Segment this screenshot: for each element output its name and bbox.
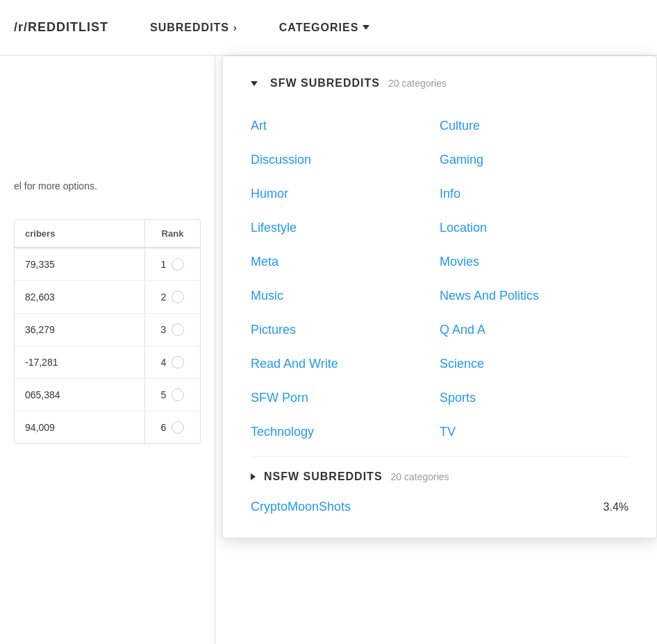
table-row: 065,384 5 <box>15 379 200 412</box>
category-read-and-write[interactable]: Read And Write <box>251 347 440 381</box>
category-science[interactable]: Science <box>440 347 629 381</box>
category-music[interactable]: Music <box>251 279 440 313</box>
categories-label: CATEGORIES <box>279 22 359 34</box>
category-sfw-porn[interactable]: SFW Porn <box>251 381 440 415</box>
nsfw-title: NSFW SUBREDDITS <box>264 471 383 483</box>
table-row: 79,335 1 <box>15 248 200 281</box>
category-technology[interactable]: Technology <box>251 415 440 449</box>
col-subscribers-header: cribers <box>15 220 144 247</box>
cell-rank: 2 <box>144 281 200 313</box>
subreddits-label: SUBREDDITS <box>150 22 229 34</box>
cell-subscribers: -17,281 <box>15 347 144 378</box>
category-tv[interactable]: TV <box>440 415 629 449</box>
circle-icon <box>172 258 184 271</box>
cell-rank: 6 <box>144 412 200 443</box>
cryptomoonshots-link[interactable]: CryptoMoonShots <box>251 500 351 514</box>
category-movies[interactable]: Movies <box>440 245 629 279</box>
nav-subreddits[interactable]: SUBREDDITS › <box>150 22 238 34</box>
nav-brand[interactable]: /r/REDDITLIST <box>14 20 108 35</box>
nav-categories[interactable]: CATEGORIES <box>279 22 370 34</box>
chevron-right-icon: › <box>233 22 238 33</box>
circle-icon <box>172 356 184 368</box>
cell-rank: 1 <box>144 248 200 280</box>
nsfw-count: 20 categories <box>391 471 449 482</box>
category-discussion[interactable]: Discussion <box>251 143 440 177</box>
hint-text: el for more options. <box>0 56 215 205</box>
table-row: 94,009 6 <box>15 412 200 443</box>
table-header: cribers Rank <box>15 220 200 248</box>
chevron-down-blue-icon <box>251 81 258 86</box>
category-location[interactable]: Location <box>440 211 629 245</box>
table-row: 82,603 2 <box>15 281 200 314</box>
category-info[interactable]: Info <box>440 177 629 211</box>
cell-subscribers: 065,384 <box>15 380 144 410</box>
chevron-right-nsfw-icon <box>251 473 256 480</box>
sfw-title[interactable]: SFW SUBREDDITS <box>270 77 380 90</box>
col-rank-header: Rank <box>144 220 200 247</box>
cell-subscribers: 82,603 <box>15 282 144 312</box>
category-news-and-politics[interactable]: News And Politics <box>440 279 629 313</box>
cell-subscribers: 79,335 <box>15 249 144 280</box>
category-gaming[interactable]: Gaming <box>440 143 629 177</box>
cell-rank: 4 <box>144 346 200 378</box>
cell-subscribers: 36,279 <box>15 314 144 345</box>
category-pictures[interactable]: Pictures <box>251 313 440 347</box>
bottom-percentage: 3.4% <box>604 501 629 514</box>
subscribers-table: cribers Rank 79,335 1 82,603 2 36,279 3 … <box>14 219 201 444</box>
cell-rank: 5 <box>144 379 200 411</box>
sfw-categories-grid: Art Culture Discussion Gaming Humor Info… <box>251 109 629 449</box>
cell-subscribers: 94,009 <box>15 412 144 443</box>
table-row: -17,281 4 <box>15 346 200 379</box>
circle-icon <box>172 421 184 434</box>
circle-icon <box>172 323 184 336</box>
top-navigation: /r/REDDITLIST SUBREDDITS › CATEGORIES <box>0 0 657 56</box>
sfw-count: 20 categories <box>388 78 447 89</box>
circle-icon <box>172 389 184 401</box>
category-meta[interactable]: Meta <box>251 245 440 279</box>
table-row: 36,279 3 <box>15 314 200 346</box>
category-lifestyle[interactable]: Lifestyle <box>251 211 440 245</box>
nsfw-section-header[interactable]: NSFW SUBREDDITS 20 categories <box>251 456 629 483</box>
category-q-and-a[interactable]: Q And A <box>440 313 629 347</box>
categories-dropdown: SFW SUBREDDITS 20 categories Art Culture… <box>222 56 657 539</box>
left-panel: el for more options. cribers Rank 79,335… <box>0 56 215 644</box>
category-humor[interactable]: Humor <box>251 177 440 211</box>
category-art[interactable]: Art <box>251 109 440 143</box>
chevron-down-icon <box>363 25 369 30</box>
circle-icon <box>172 291 184 303</box>
sfw-section-header: SFW SUBREDDITS 20 categories <box>251 77 629 90</box>
category-culture[interactable]: Culture <box>440 109 629 143</box>
bottom-row: CryptoMoonShots 3.4% <box>251 497 629 517</box>
category-sports[interactable]: Sports <box>440 381 629 415</box>
cell-rank: 3 <box>144 314 200 346</box>
